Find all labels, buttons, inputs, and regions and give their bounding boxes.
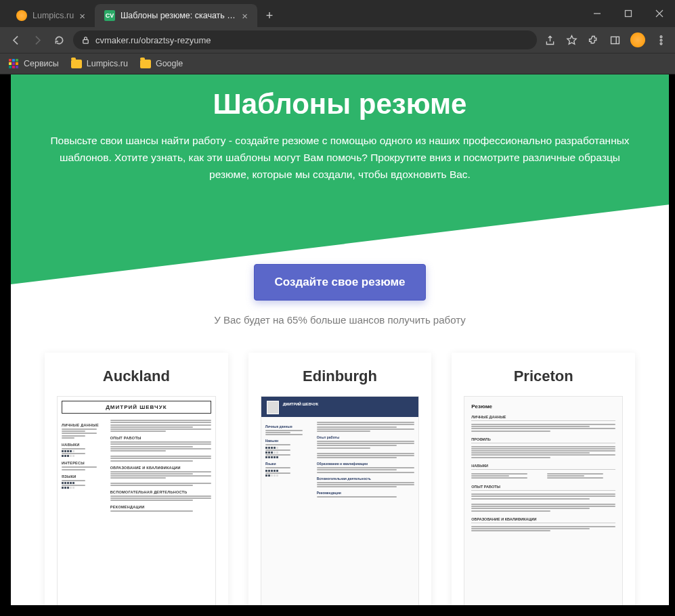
cv-icon: CV <box>104 10 115 21</box>
close-icon[interactable]: × <box>242 10 248 22</box>
page-title: Шаблоны резюме <box>38 88 642 120</box>
titlebar: Lumpics.ru × CV Шаблоны резюме: скачать … <box>0 0 675 27</box>
folder-icon <box>71 58 82 69</box>
extensions-icon[interactable] <box>587 34 599 46</box>
bookmark-lumpics[interactable]: Lumpics.ru <box>71 58 128 69</box>
hero-section: Шаблоны резюме Повысьте свои шансы найти… <box>11 74 669 284</box>
template-preview: Резюме ЛИЧНЫЕ ДАННЫЕ ПРОФИЛЬ НАВЫКИ ОПЫТ… <box>464 396 623 605</box>
bookmark-services[interactable]: Сервисы <box>8 58 59 69</box>
tab-title: Lumpics.ru <box>32 11 74 20</box>
bookmarks-bar: Сервисы Lumpics.ru Google <box>0 53 675 74</box>
preview-name: ДМИТРИЙ ШЕВЧУК <box>283 402 319 406</box>
minimize-button[interactable] <box>582 0 613 27</box>
star-icon[interactable] <box>565 34 578 46</box>
preview-name: Резюме <box>471 403 615 410</box>
tab-lumpics[interactable]: Lumpics.ru × <box>7 4 95 27</box>
template-card-priceton[interactable]: Priceton Резюме ЛИЧНЫЕ ДАННЫЕ ПРОФИЛЬ НА… <box>452 353 635 605</box>
svg-point-5 <box>660 43 662 45</box>
template-title: Priceton <box>464 368 623 385</box>
template-title: Edinburgh <box>261 368 420 385</box>
photo-placeholder-icon <box>267 401 279 414</box>
close-icon[interactable]: × <box>79 10 85 22</box>
new-tab-button[interactable]: + <box>260 6 279 25</box>
create-resume-button[interactable]: Создайте свое резюме <box>254 264 427 301</box>
maximize-button[interactable] <box>613 0 644 27</box>
window-controls <box>582 0 675 27</box>
orange-circle-icon <box>16 10 27 21</box>
svg-point-4 <box>660 39 662 41</box>
share-icon[interactable] <box>544 34 556 46</box>
bookmark-label: Lumpics.ru <box>87 59 128 68</box>
bookmark-label: Google <box>156 59 183 68</box>
folder-icon <box>140 58 151 69</box>
url-input[interactable] <box>95 35 529 45</box>
tab-cvmaker[interactable]: CV Шаблоны резюме: скачать обр × <box>95 4 257 27</box>
page-viewport: Шаблоны резюме Повысьте свои шансы найти… <box>11 74 669 605</box>
template-title: Auckland <box>57 368 216 385</box>
panel-icon[interactable] <box>609 34 621 46</box>
profile-avatar[interactable] <box>630 32 645 47</box>
svg-rect-2 <box>611 37 619 43</box>
lock-icon <box>81 36 90 45</box>
cta-subtext: У Вас будет на 65% больше шансов получит… <box>11 314 669 326</box>
forward-button[interactable] <box>30 32 45 47</box>
bookmark-google[interactable]: Google <box>140 58 183 69</box>
templates-grid: Auckland ДМИТРИЙ ШЕВЧУК ЛИЧНЫЕ ДАННЫЕ НА… <box>11 326 669 605</box>
close-window-button[interactable] <box>644 0 675 27</box>
cta-section: Создайте свое резюме <box>11 264 669 301</box>
page-subtitle: Повысьте свои шансы найти работу - созда… <box>42 133 638 183</box>
menu-icon[interactable] <box>655 34 667 46</box>
preview-name: ДМИТРИЙ ШЕВЧУК <box>62 401 211 414</box>
svg-rect-1 <box>83 39 88 43</box>
back-button[interactable] <box>8 32 23 47</box>
toolbar <box>0 27 675 53</box>
template-card-edinburgh[interactable]: Edinburgh ДМИТРИЙ ШЕВЧУК Личные данные Н… <box>248 353 432 605</box>
tab-title: Шаблоны резюме: скачать обр <box>121 11 236 20</box>
template-card-auckland[interactable]: Auckland ДМИТРИЙ ШЕВЧУК ЛИЧНЫЕ ДАННЫЕ НА… <box>45 353 228 605</box>
reload-button[interactable] <box>51 32 66 47</box>
template-preview: ДМИТРИЙ ШЕВЧУК ЛИЧНЫЕ ДАННЫЕ НАВЫКИ ИНТЕ… <box>57 396 216 605</box>
svg-rect-0 <box>626 11 632 17</box>
apps-grid-icon <box>8 58 19 69</box>
template-preview: ДМИТРИЙ ШЕВЧУК Личные данные Навыки Язык… <box>261 396 420 605</box>
bookmark-label: Сервисы <box>24 59 59 68</box>
svg-point-3 <box>660 36 662 38</box>
address-bar[interactable] <box>73 30 537 49</box>
browser-chrome: Lumpics.ru × CV Шаблоны резюме: скачать … <box>0 0 675 74</box>
